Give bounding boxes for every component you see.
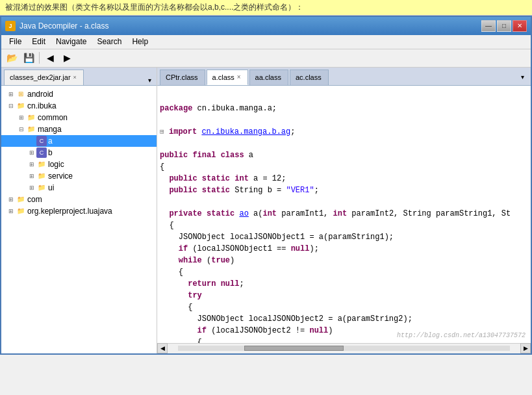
tree-tab-dropdown[interactable]: ▾	[146, 75, 154, 85]
tree-tab-bar: classes_dex2jar.jar × ▾	[1, 68, 157, 86]
import-expand[interactable]: ⊞	[160, 127, 169, 138]
code-tab-aa-label: aa.class	[255, 73, 281, 81]
folder-icon-org: 📁	[16, 206, 26, 216]
back-button[interactable]: ◀	[42, 51, 58, 65]
forward-button[interactable]: ▶	[59, 51, 75, 65]
expand-service[interactable]: ⊞	[27, 172, 36, 181]
folder-icon-logic: 📁	[36, 159, 47, 170]
folder-icon-manga: 📁	[26, 124, 36, 134]
code-tab-aa[interactable]: aa.class	[249, 70, 288, 85]
code-tab-a[interactable]: a.class ×	[207, 70, 248, 85]
scroll-left-button[interactable]: ◀	[157, 343, 168, 353]
tree-label-org: org.keplerproject.luajava	[27, 207, 112, 216]
maximize-button[interactable]: □	[497, 20, 511, 32]
annotation-text: 被混淆过的效果图（类文件名称以及里面的方法名称都会以a,b,c....之类的样式…	[5, 3, 303, 12]
minimize-button[interactable]: —	[481, 20, 496, 32]
window-title: Java Decompiler - a.class	[19, 21, 108, 31]
tree-item-logic[interactable]: ⊞ 📁 logic	[1, 159, 157, 170]
title-bar-left: J Java Decompiler - a.class	[5, 21, 108, 31]
folder-icon-cn-ibuka: 📁	[16, 101, 26, 111]
code-content: package cn.ibuka.manga.a; ⊞import cn.ibu…	[157, 88, 531, 343]
scroll-right-button[interactable]: ▶	[520, 343, 531, 353]
tree-tab-close[interactable]: ×	[73, 74, 77, 81]
window-controls: — □ ✕	[481, 20, 527, 32]
expand-logic[interactable]: ⊞	[27, 160, 36, 169]
tree-label-android: android	[27, 90, 53, 99]
expand-ui[interactable]: ⊞	[27, 183, 36, 192]
expand-a	[27, 136, 36, 146]
tree-item-a[interactable]: C a	[1, 135, 157, 147]
code-tab-dropdown[interactable]: ▾	[517, 73, 528, 81]
code-tab-ac[interactable]: ac.class	[290, 70, 329, 85]
folder-icon-service: 📁	[36, 171, 47, 181]
menu-edit[interactable]: Edit	[27, 36, 51, 47]
close-button[interactable]: ✕	[513, 20, 527, 32]
expand-common[interactable]: ⊞	[17, 113, 26, 122]
menu-search[interactable]: Search	[92, 36, 127, 47]
app-window: J Java Decompiler - a.class — □ ✕ File E…	[0, 16, 532, 355]
watermark: http://blog.csdn.net/a13047737572	[397, 331, 526, 340]
toolbar-separator	[39, 52, 40, 64]
folder-icon-com: 📁	[16, 194, 26, 205]
expand-android[interactable]: ⊞	[6, 90, 16, 99]
tree-label-a: a	[48, 136, 53, 146]
menu-help[interactable]: Help	[127, 36, 153, 47]
scroll-thumb[interactable]	[244, 346, 344, 351]
folder-icon-android: ⊞	[16, 89, 26, 99]
tree-label-common: common	[38, 113, 68, 122]
class-icon-b: C	[36, 147, 47, 158]
tree-label-logic: logic	[48, 160, 64, 169]
tree-item-ui[interactable]: ⊞ 📁 ui	[1, 182, 157, 194]
scroll-track[interactable]	[178, 346, 510, 351]
save-button[interactable]: 💾	[21, 51, 36, 65]
menu-bar: File Edit Navigate Search Help	[1, 35, 531, 49]
tree-panel: classes_dex2jar.jar × ▾ ⊞ ⊞ android ⊟	[1, 68, 157, 353]
menu-navigate[interactable]: Navigate	[51, 36, 92, 47]
code-area[interactable]: package cn.ibuka.manga.a; ⊞import cn.ibu…	[157, 86, 531, 343]
menu-file[interactable]: File	[4, 36, 27, 47]
code-tab-bar: CPtr.class a.class × aa.class ac.class ▾	[157, 68, 531, 86]
code-tab-cptr-label: CPtr.class	[166, 73, 198, 81]
tree-item-org[interactable]: ⊞ 📁 org.keplerproject.luajava	[1, 205, 157, 217]
tree-item-b[interactable]: ⊞ C b	[1, 147, 157, 159]
tree-content: ⊞ ⊞ android ⊟ 📁 cn.ibuka ⊞ 📁 common	[1, 86, 157, 220]
expand-cn-ibuka[interactable]: ⊟	[6, 101, 16, 110]
open-button[interactable]: 📂	[4, 51, 19, 65]
toolbar: 📂 💾 ◀ ▶	[1, 49, 531, 68]
code-panel: CPtr.class a.class × aa.class ac.class ▾…	[157, 68, 531, 353]
expand-manga[interactable]: ⊟	[17, 125, 26, 134]
tree-label-ui: ui	[48, 183, 54, 192]
tree-item-common[interactable]: ⊞ 📁 common	[1, 112, 157, 123]
tree-tab-label: classes_dex2jar.jar	[10, 73, 71, 81]
code-tab-ac-label: ac.class	[296, 73, 322, 81]
expand-org[interactable]: ⊞	[6, 207, 16, 216]
tree-item-service[interactable]: ⊞ 📁 service	[1, 170, 157, 182]
tree-item-manga[interactable]: ⊟ 📁 manga	[1, 123, 157, 135]
expand-b[interactable]: ⊞	[27, 148, 36, 157]
title-bar: J Java Decompiler - a.class — □ ✕	[1, 17, 531, 35]
class-icon-a: C	[36, 136, 47, 146]
tree-label-service: service	[48, 172, 73, 181]
app-icon: J	[5, 21, 16, 31]
tree-label-cn-ibuka: cn.ibuka	[27, 101, 57, 110]
expand-com[interactable]: ⊞	[6, 195, 16, 204]
code-tab-a-label: a.class	[212, 73, 234, 81]
tree-tab-jar[interactable]: classes_dex2jar.jar ×	[4, 70, 84, 85]
tree-label-com: com	[27, 195, 42, 204]
annotation-bar: 被混淆过的效果图（类文件名称以及里面的方法名称都会以a,b,c....之类的样式…	[0, 0, 532, 16]
code-tab-cptr[interactable]: CPtr.class	[160, 70, 205, 85]
folder-icon-ui: 📁	[36, 183, 47, 193]
tree-label-manga: manga	[38, 125, 62, 134]
tree-item-android[interactable]: ⊞ ⊞ android	[1, 88, 157, 100]
watermark-url: http://blog.csdn.net/a13047737572	[397, 332, 526, 339]
tree-label-b: b	[48, 148, 53, 157]
tree-item-cn-ibuka[interactable]: ⊟ 📁 cn.ibuka	[1, 100, 157, 112]
folder-icon-common: 📁	[26, 112, 36, 123]
horizontal-scrollbar[interactable]: ◀ ▶	[157, 343, 531, 353]
code-tab-a-close[interactable]: ×	[237, 73, 241, 81]
tree-item-com[interactable]: ⊞ 📁 com	[1, 194, 157, 205]
main-area: classes_dex2jar.jar × ▾ ⊞ ⊞ android ⊟	[1, 68, 531, 353]
